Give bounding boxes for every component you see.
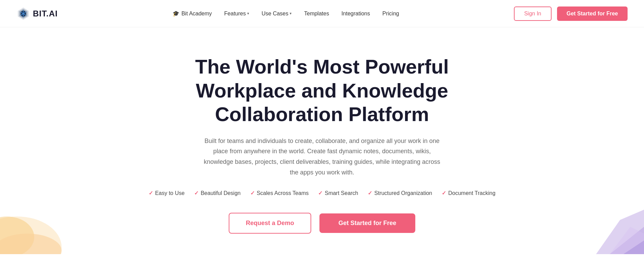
check-icon: ✓ [368, 190, 372, 196]
feature-document-tracking: ✓ Document Tracking [442, 190, 495, 196]
hero-title: The World's Most Powerful Workplace and … [168, 55, 476, 126]
decorative-blob-right [569, 193, 644, 254]
feature-label: Smart Search [325, 190, 358, 196]
academy-icon: 🎓 [173, 10, 179, 17]
hero-subtitle: Built for teams and individuals to creat… [202, 136, 442, 178]
feature-label: Easy to Use [155, 190, 185, 196]
logo-icon [16, 7, 30, 21]
features-list: ✓ Easy to Use ✓ Beautiful Design ✓ Scale… [149, 190, 495, 196]
feature-label: Beautiful Design [201, 190, 241, 196]
feature-label: Document Tracking [448, 190, 495, 196]
feature-label: Structured Organization [374, 190, 432, 196]
get-started-hero-button[interactable]: Get Started for Free [319, 213, 415, 233]
nav-actions: Sign In Get Started for Free [514, 6, 628, 21]
nav-integrations[interactable]: Integrations [341, 11, 370, 17]
check-icon: ✓ [194, 190, 199, 196]
feature-smart-search: ✓ Smart Search [318, 190, 358, 196]
nav-features[interactable]: Features ▾ [224, 11, 249, 17]
hero-section: The World's Most Powerful Workplace and … [0, 27, 644, 254]
nav-academy[interactable]: 🎓 Bit Academy [173, 10, 212, 17]
feature-beautiful-design: ✓ Beautiful Design [194, 190, 241, 196]
chevron-down-icon: ▾ [290, 11, 292, 16]
nav-pricing[interactable]: Pricing [382, 11, 399, 17]
decorative-blob-left [0, 193, 68, 254]
chevron-down-icon: ▾ [247, 11, 249, 16]
nav-links: 🎓 Bit Academy Features ▾ Use Cases ▾ Tem… [173, 10, 399, 17]
feature-label: Scales Across Teams [257, 190, 309, 196]
check-icon: ✓ [149, 190, 153, 196]
feature-structured-organization: ✓ Structured Organization [368, 190, 432, 196]
navbar: BIT.AI 🎓 Bit Academy Features ▾ Use Case… [0, 0, 644, 27]
request-demo-button[interactable]: Request a Demo [229, 213, 311, 234]
check-icon: ✓ [318, 190, 323, 196]
feature-scales-across-teams: ✓ Scales Across Teams [250, 190, 309, 196]
cta-buttons: Request a Demo Get Started for Free [229, 213, 415, 234]
check-icon: ✓ [250, 190, 255, 196]
nav-use-cases[interactable]: Use Cases ▾ [262, 11, 292, 17]
signin-button[interactable]: Sign In [514, 6, 552, 21]
check-icon: ✓ [442, 190, 446, 196]
nav-templates[interactable]: Templates [304, 11, 329, 17]
get-started-nav-button[interactable]: Get Started for Free [557, 6, 628, 21]
feature-easy-to-use: ✓ Easy to Use [149, 190, 185, 196]
logo-text: BIT.AI [33, 9, 58, 18]
logo[interactable]: BIT.AI [16, 7, 58, 21]
